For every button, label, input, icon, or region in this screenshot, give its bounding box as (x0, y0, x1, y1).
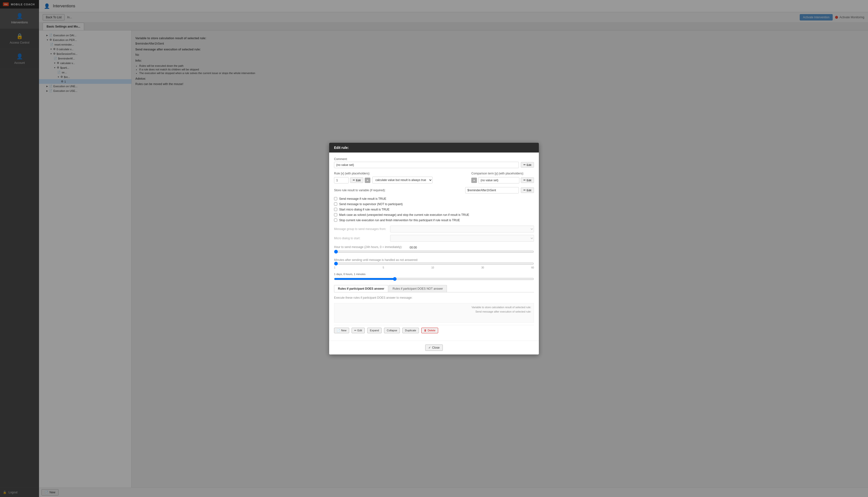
check-icon: ✓ (428, 346, 431, 349)
cb-supervisor-label: Send message to supervisor (NOT to parti… (339, 202, 403, 206)
rule-x-group: Rule [x] (with placeholders): ✏ Edit » (334, 172, 370, 183)
comment-group: Comment: ✏ Edit (334, 157, 534, 168)
cb-micro-dialog[interactable] (334, 208, 337, 211)
mark-60: 60 (531, 266, 534, 269)
comparison-edit-button[interactable]: ✏ Edit (521, 178, 534, 183)
modal-collapse-button[interactable]: Collapse (384, 328, 400, 333)
mark-10: 10 (431, 266, 434, 269)
comparison-label: Comparison term [y] (with placeholders): (471, 172, 534, 175)
sub-info: Variable to store calculation result of … (337, 306, 531, 313)
cb-send-message[interactable] (334, 197, 337, 200)
delete-icon: 🗑 (424, 329, 427, 332)
modal-footer: ✓ Close (329, 341, 539, 354)
cb-supervisor[interactable] (334, 202, 337, 205)
sub-content-area: Variable to store calculation result of … (334, 303, 534, 323)
modal-action-bar: 📄 New ✏ Edit Expand Collapse Duplicate (334, 325, 534, 336)
modal-tab-does-not-answer[interactable]: Rules if participant DOES NOT answer (389, 285, 447, 292)
modal-tab-does-answer[interactable]: Rules if participant DOES answer (334, 285, 388, 292)
disabled-selects: Message group to send messages from: Mic… (334, 226, 534, 242)
modal-new-button[interactable]: 📄 New (334, 328, 349, 333)
cb-mark-solved-label: Mark case as solved (unexpected message)… (339, 213, 469, 217)
new-icon: 📄 (337, 329, 340, 332)
cb-stop-current[interactable] (334, 218, 337, 222)
mark-30: 30 (481, 266, 484, 269)
comment-label: Comment: (334, 157, 534, 161)
hour-slider[interactable] (334, 250, 534, 254)
modal-duplicate-button[interactable]: Duplicate (402, 328, 419, 333)
rule-x-label: Rule [x] (with placeholders): (334, 172, 370, 175)
edit-rule-modal: Edit rule: Comment: ✏ Edit Rule [x] (wit… (329, 143, 539, 354)
checkbox-micro-dialog[interactable]: Start micro dialog if rule result is TRU… (334, 208, 534, 211)
rule-x-input[interactable] (334, 177, 349, 183)
msg-group-row: Message group to send messages from: (334, 226, 534, 232)
slider-marks: 1 5 10 30 60 (334, 266, 534, 269)
cb-micro-dialog-label: Start micro dialog if rule result is TRU… (339, 208, 390, 211)
close-button[interactable]: ✓ Close (425, 344, 443, 351)
comparison-input[interactable] (478, 177, 519, 183)
rule-arrow-button[interactable]: » (365, 178, 370, 183)
modal-body: Comment: ✏ Edit Rule [x] (with placehold… (329, 153, 539, 341)
modal-title: Edit rule: (334, 146, 349, 150)
sub-var-label: Variable to store calculation result of … (471, 306, 531, 309)
pencil-icon: ✏ (523, 163, 526, 166)
modal-overlay[interactable]: Edit rule: Comment: ✏ Edit Rule [x] (wit… (0, 0, 868, 497)
hour-value: 00:00 (410, 246, 417, 249)
duration-label: 1 days, 0 hours, 1 minutes (334, 273, 366, 275)
mark-5: 5 (383, 266, 384, 269)
modal-edit-button[interactable]: ✏ Edit (352, 328, 365, 333)
msg-group-select[interactable] (390, 226, 534, 232)
modal-header: Edit rule: (329, 143, 539, 153)
comparison-arrow-button[interactable]: » (471, 178, 477, 183)
modal-expand-button[interactable]: Expand (367, 328, 382, 333)
cb-mark-solved[interactable] (334, 213, 337, 216)
modal-tabs: Rules if participant DOES answer Rules i… (334, 285, 534, 292)
cb-send-message-label: Send message if rule result is TRUE (339, 197, 386, 200)
minutes-slider-group: Minutes after sending until message is h… (334, 258, 534, 269)
comment-edit-button[interactable]: ✏ Edit (521, 162, 534, 168)
micro-dialog-row: Micro dialog to start: (334, 235, 534, 242)
hour-label: Hour to send message (24h hours, 0 = imm… (334, 245, 407, 249)
micro-dialog-label: Micro dialog to start: (334, 237, 388, 240)
store-var-input[interactable] (465, 187, 519, 194)
close-button-label: Close (432, 346, 440, 349)
hour-slider-group: Hour to send message (24h hours, 0 = imm… (334, 245, 534, 254)
duration-display: 1 days, 0 hours, 1 minutes (334, 273, 534, 281)
execute-label: Execute these rules if participant DOES … (334, 296, 534, 299)
checkbox-mark-solved[interactable]: Mark case as solved (unexpected message)… (334, 213, 534, 217)
store-var-label: Store rule result to variable (if requir… (334, 188, 385, 192)
comment-input[interactable] (334, 162, 519, 168)
minutes-label: Minutes after sending until message is h… (334, 258, 418, 262)
rule-x-edit-button[interactable]: ✏ Edit (350, 178, 363, 183)
duration-slider[interactable] (334, 277, 534, 281)
checkbox-stop-current[interactable]: Stop current rule execution run and fini… (334, 218, 534, 222)
checkbox-group: Send message if rule result is TRUE Send… (334, 197, 534, 222)
dropdown-group: calculate value but result is always tru… (372, 176, 470, 183)
pencil-icon: ✏ (523, 179, 526, 182)
modal-delete-button[interactable]: 🗑 Delete (421, 328, 438, 333)
checkbox-supervisor[interactable]: Send message to supervisor (NOT to parti… (334, 202, 534, 206)
checkbox-send-message[interactable]: Send message if rule result is TRUE (334, 197, 534, 200)
edit-icon: ✏ (354, 329, 357, 332)
mark-1: 1 (334, 266, 335, 269)
comparison-group: Comparison term [y] (with placeholders):… (471, 172, 534, 183)
rule-dropdown[interactable]: calculate value but result is always tru… (372, 176, 432, 183)
sub-msg-label: Send message after execution of selected… (476, 310, 531, 313)
cb-stop-current-label: Stop current rule execution run and fini… (339, 218, 460, 222)
msg-group-label: Message group to send messages from: (334, 227, 388, 231)
pencil-icon: ✏ (353, 179, 355, 182)
store-var-row: Store rule result to variable (if requir… (334, 187, 534, 194)
minutes-slider[interactable] (334, 262, 534, 266)
store-var-edit-button[interactable]: ✏ Edit (521, 187, 534, 193)
pencil-icon: ✏ (523, 188, 526, 192)
rule-row: Rule [x] (with placeholders): ✏ Edit » c… (334, 172, 534, 183)
micro-dialog-select[interactable] (390, 235, 534, 242)
